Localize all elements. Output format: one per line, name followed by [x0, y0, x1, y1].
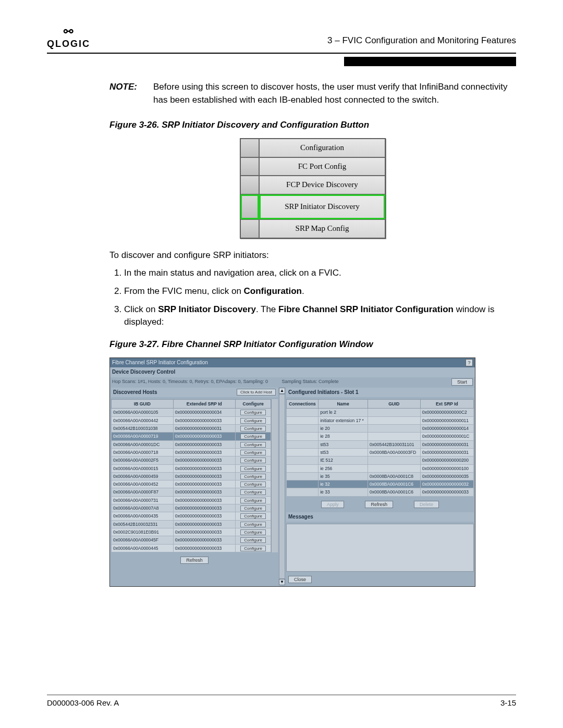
- configure-button[interactable]: Configure: [240, 546, 266, 551]
- table-row[interactable]: 0x00066A00A00007180x00000000000000033Con…: [112, 448, 271, 456]
- col-configure: Configure: [235, 400, 271, 409]
- table-row[interactable]: st530x0008BA00A00003FD0x0000000000000003…: [287, 448, 474, 456]
- table-row[interactable]: 0x0002C901081E0B910x00000000000000033Con…: [112, 528, 271, 536]
- configure-button[interactable]: Configure: [240, 442, 266, 448]
- table-row[interactable]: ie 2560x00000000000000100: [287, 464, 474, 472]
- scroll-down-icon[interactable]: ▼: [279, 579, 285, 585]
- table-row[interactable]: ie 280x0000000000000001C: [287, 433, 474, 440]
- cell-ib-guid: 0x00066A00A0000105: [112, 409, 174, 416]
- configure-button[interactable]: Configure: [240, 450, 266, 455]
- refresh-left-button[interactable]: Refresh: [180, 557, 209, 564]
- pane-divider[interactable]: ▲ ▼: [279, 388, 285, 586]
- configure-button[interactable]: Configure: [240, 426, 266, 431]
- delete-button[interactable]: Delete: [414, 501, 439, 508]
- table-row[interactable]: ie 320x0008BA00A0001C60x0000000000000003…: [287, 480, 474, 488]
- configure-button[interactable]: Configure: [240, 434, 266, 439]
- table-row[interactable]: 0x00066A00A00004450x00000000000000033Con…: [112, 544, 271, 552]
- table-row[interactable]: 0x00066A00A00001050x00000000000000034Con…: [112, 409, 271, 416]
- cell-name: ie 32: [319, 480, 368, 488]
- messages-title: Messages: [286, 512, 474, 522]
- cell-connections: [287, 424, 319, 432]
- table-row[interactable]: ie 350x0008BA00A0001C80x0000000000000003…: [287, 472, 474, 480]
- cell-ext-srp-id: 0x00000000000000031: [420, 448, 473, 456]
- cell-ib-guid: 0x00066A00A0000452: [112, 480, 174, 488]
- table-scrollbar[interactable]: [271, 399, 278, 552]
- cell-ib-guid: 0x00066A00A00001DC: [112, 440, 174, 448]
- configure-button[interactable]: Configure: [240, 537, 266, 543]
- cell-connections: [287, 488, 319, 496]
- table-row[interactable]: port le 20x00000000000000C2: [287, 409, 474, 416]
- messages-area: [286, 524, 474, 572]
- brand-logo: ⚯ QLOGIC: [47, 26, 90, 50]
- menu-item-configuration[interactable]: Configuration: [259, 139, 385, 157]
- cell-guid: 0x005442B100031101: [368, 440, 420, 448]
- cell-name: initiator extension 17 *: [319, 416, 368, 424]
- table-row[interactable]: 0x005442B1000310380x00000000000000031Con…: [112, 424, 271, 432]
- cell-ext-srp-id: 0x00000000000000033: [173, 448, 235, 456]
- cell-ib-guid: 0x00066A00A0000459: [112, 472, 174, 480]
- table-row[interactable]: 0x00066A00A00001DC0x00000000000000033Con…: [112, 440, 271, 448]
- table-row[interactable]: 0x00066A00A0000F870x00000000000000033Con…: [112, 488, 271, 496]
- footer-left: D000003-006 Rev. A: [47, 698, 119, 707]
- configured-initiators-table: Connections Name GUID Ext SRP Id port le…: [286, 399, 474, 497]
- cell-ext-srp-id: 0x00000000000000033: [173, 528, 235, 536]
- configure-button[interactable]: Configure: [240, 474, 266, 479]
- configure-button[interactable]: Configure: [240, 489, 266, 495]
- cell-guid: [368, 433, 420, 440]
- table-row[interactable]: 0x00066A00A00002F50x00000000000000033Con…: [112, 456, 271, 464]
- configure-button[interactable]: Configure: [240, 498, 266, 503]
- header-rule: [47, 53, 516, 54]
- configure-button[interactable]: Configure: [240, 418, 266, 424]
- cell-ib-guid: 0x00066A00A0000015: [112, 464, 174, 472]
- configure-button[interactable]: Configure: [240, 458, 266, 463]
- refresh-right-button[interactable]: Refresh: [365, 501, 393, 508]
- cell-connections: [287, 448, 319, 456]
- cell-connections: [287, 440, 319, 448]
- configure-button[interactable]: Configure: [240, 410, 266, 415]
- menu-item-fcp-device-discovery[interactable]: FCP Device Discovery: [259, 176, 385, 194]
- configure-button[interactable]: Configure: [240, 522, 266, 527]
- table-row[interactable]: 0x00066A00A00004350x00000000000000033Con…: [112, 512, 271, 520]
- table-row[interactable]: 0x00066A00A00007190x00000000000000033Con…: [112, 433, 271, 440]
- cell-ib-guid: 0x00066A00A0000442: [112, 416, 174, 424]
- header-tab-bar: [47, 57, 516, 66]
- discovered-hosts-header: Discovered Hosts Click to Add Host: [111, 388, 278, 398]
- add-host-button[interactable]: Click to Add Host: [237, 389, 276, 396]
- menu-item-srp-map-config[interactable]: SRP Map Config: [259, 219, 385, 238]
- configure-button[interactable]: Configure: [240, 505, 266, 511]
- configure-button[interactable]: Configure: [240, 513, 266, 519]
- table-row[interactable]: 0x00066A00A00000150x00000000000000033Con…: [112, 464, 271, 472]
- cell-ext-srp-id: 0x00000000000000033: [173, 440, 235, 448]
- cell-name: IE 512: [319, 456, 368, 464]
- scroll-up-icon[interactable]: ▲: [279, 388, 285, 394]
- menu-item-fc-port-config[interactable]: FC Port Config: [259, 157, 385, 176]
- configure-button[interactable]: Configure: [240, 529, 266, 535]
- table-row[interactable]: 0x00066A00A00004520x00000000000000033Con…: [112, 480, 271, 488]
- table-row[interactable]: 0x00066A00A00004420x00000000000000033Con…: [112, 416, 271, 424]
- table-row[interactable]: ie 330x0008BA00A0001C60x0000000000000003…: [287, 488, 474, 496]
- cell-ib-guid: 0x00066A00A0000731: [112, 496, 174, 504]
- table-row[interactable]: 0x005442B1000323310x00000000000000033Con…: [112, 520, 271, 528]
- help-button[interactable]: ?: [466, 359, 473, 366]
- table-row[interactable]: 0x00066A00A00007A80x00000000000000033Con…: [112, 504, 271, 512]
- table-row[interactable]: 0x00066A00A000045F0x00000000000000033Con…: [112, 536, 271, 544]
- table-row[interactable]: st530x005442B1000311010x0000000000000003…: [287, 440, 474, 448]
- table-row[interactable]: initiator extension 17 *0x00000000000000…: [287, 416, 474, 424]
- cell-ib-guid: 0x0002C901081E0B91: [112, 528, 174, 536]
- table-row[interactable]: ie 200x00000000000000014: [287, 424, 474, 432]
- table-row[interactable]: 0x00066A00A00004590x00000000000000033Con…: [112, 472, 271, 480]
- cell-ext-srp-id: 0x00000000000000C2: [420, 409, 473, 416]
- configure-button[interactable]: Configure: [240, 466, 266, 472]
- cell-guid: [368, 464, 420, 472]
- close-button[interactable]: Close: [288, 576, 312, 583]
- start-button[interactable]: Start: [451, 378, 473, 386]
- configure-button[interactable]: Configure: [240, 482, 266, 487]
- table-row[interactable]: 0x00066A00A00007310x00000000000000033Con…: [112, 496, 271, 504]
- cell-ext-srp-id: 0x00000000000000031: [420, 440, 473, 448]
- table-row[interactable]: IE 5120x00000000000000200: [287, 456, 474, 464]
- brand-text: QLOGIC: [47, 39, 90, 49]
- apply-button[interactable]: Apply: [321, 501, 345, 508]
- cell-name: port le 2: [319, 409, 368, 416]
- menu-item-srp-initiator-discovery[interactable]: SRP Initiator Discovery: [259, 194, 385, 219]
- cell-connections: [287, 480, 319, 488]
